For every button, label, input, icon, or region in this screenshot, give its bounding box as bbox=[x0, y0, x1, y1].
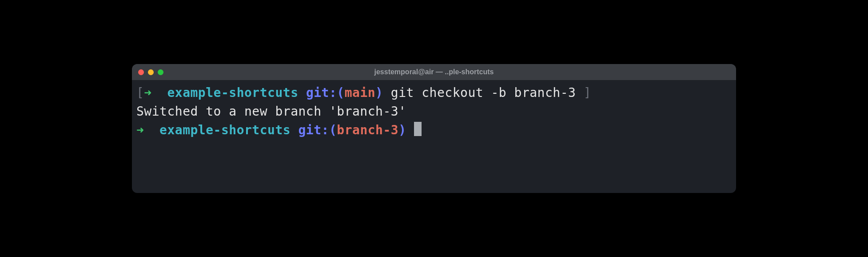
output-text: Switched to a new branch 'branch-3' bbox=[136, 104, 406, 119]
bracket-close: ] bbox=[584, 85, 591, 100]
prompt-directory: example-shortcuts bbox=[159, 123, 291, 137]
terminal-body[interactable]: [➜ example-shortcuts git:(main) git chec… bbox=[132, 80, 736, 143]
paren-open: ( bbox=[329, 123, 337, 137]
maximize-button[interactable] bbox=[158, 69, 163, 75]
terminal-line-3: ➜ example-shortcuts git:(branch-3) bbox=[136, 121, 732, 140]
minimize-button[interactable] bbox=[148, 69, 154, 75]
git-label: git: bbox=[306, 85, 337, 100]
git-branch: branch-3 bbox=[337, 123, 398, 137]
terminal-window: jesstemporal@air — ..ple-shortcuts [➜ ex… bbox=[132, 64, 736, 193]
traffic-lights bbox=[138, 69, 163, 75]
close-button[interactable] bbox=[138, 69, 144, 75]
git-branch: main bbox=[345, 85, 375, 100]
command-text: git checkout -b branch-3 bbox=[391, 85, 576, 100]
paren-close: ) bbox=[398, 123, 406, 137]
prompt-arrow-icon: ➜ bbox=[144, 85, 151, 100]
prompt-directory: example-shortcuts bbox=[167, 85, 298, 100]
terminal-line-1: [➜ example-shortcuts git:(main) git chec… bbox=[136, 84, 732, 102]
window-title: jesstemporal@air — ..ple-shortcuts bbox=[374, 68, 494, 76]
title-bar: jesstemporal@air — ..ple-shortcuts bbox=[132, 64, 736, 80]
prompt-arrow-icon: ➜ bbox=[136, 123, 144, 137]
cursor bbox=[414, 122, 422, 136]
bracket-open: [ bbox=[136, 85, 144, 100]
git-label: git: bbox=[299, 123, 329, 137]
terminal-line-2: Switched to a new branch 'branch-3' bbox=[136, 102, 732, 121]
paren-open: ( bbox=[337, 85, 344, 100]
paren-close: ) bbox=[375, 85, 383, 100]
